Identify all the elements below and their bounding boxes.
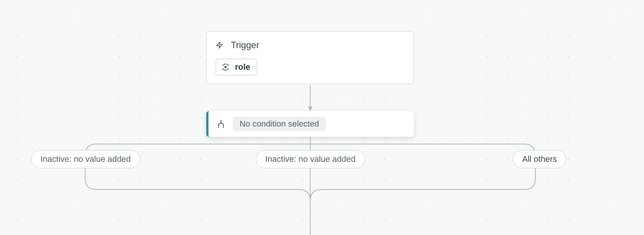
trigger-header: Trigger bbox=[216, 40, 404, 50]
trigger-role-label: role bbox=[235, 62, 250, 72]
svg-marker-5 bbox=[217, 42, 222, 49]
condition-node[interactable]: No condition selected bbox=[206, 111, 414, 137]
role-icon bbox=[221, 63, 230, 71]
svg-point-7 bbox=[227, 64, 229, 66]
trigger-title: Trigger bbox=[231, 40, 259, 50]
lightning-icon bbox=[216, 40, 223, 50]
trigger-role-chip[interactable]: role bbox=[216, 59, 257, 75]
svg-marker-1 bbox=[308, 107, 313, 111]
branch-icon bbox=[216, 119, 226, 129]
workflow-canvas[interactable]: Trigger role bbox=[0, 0, 644, 235]
branch-label-2[interactable]: Inactive: no value added bbox=[256, 150, 365, 168]
svg-point-8 bbox=[222, 69, 224, 70]
branch-label-1[interactable]: Inactive: no value added bbox=[31, 150, 140, 168]
trigger-node[interactable]: Trigger role bbox=[206, 31, 414, 84]
svg-point-6 bbox=[224, 66, 227, 68]
condition-text: No condition selected bbox=[233, 117, 326, 131]
branch-label-3[interactable]: All others bbox=[513, 150, 566, 168]
